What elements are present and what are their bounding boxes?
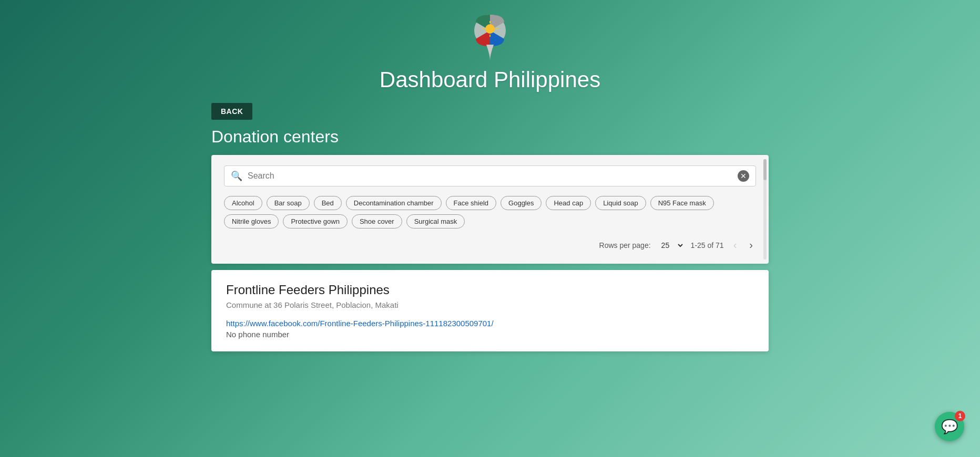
chip-goggles[interactable]: Goggles [501,196,542,210]
chat-icon: 💬 [941,419,958,435]
chat-button[interactable]: 💬 1 [935,412,964,441]
svg-point-1 [485,24,495,34]
search-clear-button[interactable]: ✕ [738,170,749,182]
chip-surgical-mask[interactable]: Surgical mask [406,214,465,228]
result-name: Frontline Feeders Philippines [226,283,754,297]
chat-badge: 1 [955,411,965,421]
result-link[interactable]: https://www.facebook.com/Frontline-Feede… [226,319,754,328]
result-phone: No phone number [226,330,754,339]
vertical-scrollbar[interactable] [763,159,767,259]
chip-shoe-cover[interactable]: Shoe cover [352,214,402,228]
page-title: Donation centers [211,127,769,147]
chip-protective-gown[interactable]: Protective gown [283,214,348,228]
search-bar: 🔍 ✕ [224,165,756,186]
pagination-next-button[interactable]: › [746,237,756,253]
chip-alcohol[interactable]: Alcohol [224,196,262,210]
filter-chips: Alcohol Bar soap Bed Decontamination cha… [224,196,756,228]
main-content: BACK Donation centers 🔍 ✕ Alcohol Bar so… [211,103,769,351]
pagination-info: 1-25 of 71 [691,241,724,250]
pagination-prev-button[interactable]: ‹ [730,237,740,253]
logo [469,11,511,63]
rows-per-page-label: Rows per page: [599,241,651,250]
search-icon: 🔍 [231,170,242,182]
chip-liquid-soap[interactable]: Liquid soap [595,196,646,210]
chip-face-shield[interactable]: Face shield [446,196,496,210]
chip-decontamination-chamber[interactable]: Decontamination chamber [346,196,442,210]
chip-n95-face-mask[interactable]: N95 Face mask [650,196,714,210]
back-button[interactable]: BACK [211,103,252,120]
search-input[interactable] [248,171,738,181]
chip-bed[interactable]: Bed [314,196,342,210]
chip-head-cap[interactable]: Head cap [546,196,591,210]
filter-card: 🔍 ✕ Alcohol Bar soap Bed Decontamination… [211,155,769,264]
header: Dashboard Philippines [380,0,600,92]
scrollbar-thumb [763,159,767,180]
result-address: Commune at 36 Polaris Street, Poblacion,… [226,300,754,309]
chip-bar-soap[interactable]: Bar soap [267,196,310,210]
rows-per-page-select[interactable]: 25 50 100 [657,240,685,251]
app-title: Dashboard Philippines [380,67,600,92]
chip-nitrile-gloves[interactable]: Nitrile gloves [224,214,279,228]
pagination-row: Rows per page: 25 50 100 1-25 of 71 ‹ › [224,237,756,253]
result-card: Frontline Feeders Philippines Commune at… [211,270,769,351]
